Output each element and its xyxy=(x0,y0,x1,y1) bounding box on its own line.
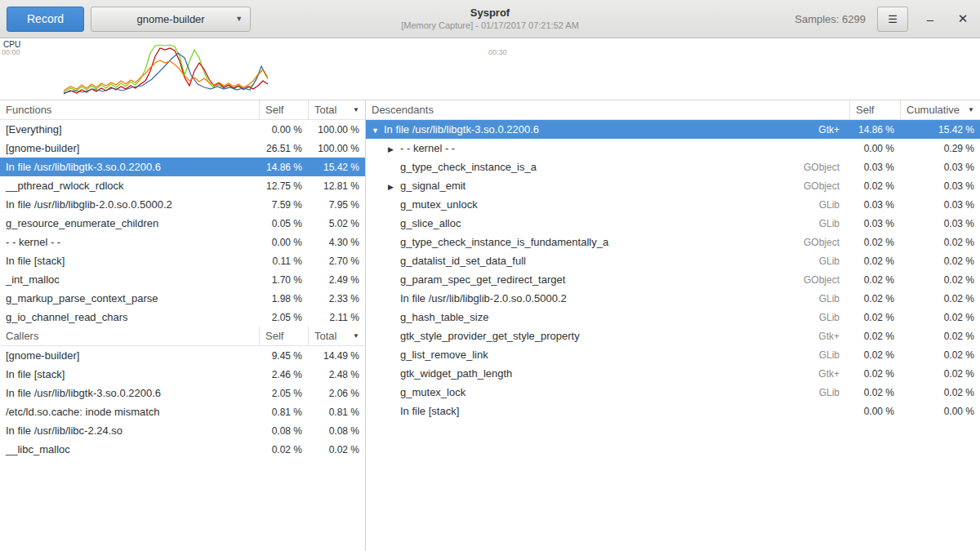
function-name: /etc/ld.so.cache: inode mismatch xyxy=(0,406,259,418)
table-row[interactable]: __libc_malloc0.02 %0.02 % xyxy=(0,440,365,459)
table-row[interactable]: In file /usr/lib/libglib-2.0.so.0.5000.2… xyxy=(366,289,980,308)
target-selector-dropdown[interactable]: gnome-builder ▼ xyxy=(91,7,251,32)
column-header-self[interactable]: Self xyxy=(259,327,308,345)
expander-icon[interactable]: ▶ xyxy=(388,145,400,153)
sort-indicator-icon: ▼ xyxy=(353,332,359,340)
column-header-descendants[interactable]: Descendants xyxy=(366,100,849,119)
hamburger-icon: ☰ xyxy=(888,13,898,25)
total-value: 2.48 % xyxy=(308,369,365,380)
function-name: In file [stack] xyxy=(0,255,259,267)
close-button[interactable]: ✕ xyxy=(952,8,973,29)
cumulative-value: 0.02 % xyxy=(900,368,980,380)
time-tick-mid: 00:30 xyxy=(488,48,507,56)
cumulative-value: 0.02 % xyxy=(900,312,980,323)
self-value: 0.00 % xyxy=(259,237,308,248)
table-row[interactable]: /etc/ld.so.cache: inode mismatch0.81 %0.… xyxy=(0,402,365,421)
sort-indicator-icon: ▼ xyxy=(353,106,359,113)
column-header-self[interactable]: Self xyxy=(259,100,308,119)
table-row[interactable]: _int_malloc1.70 %2.49 % xyxy=(0,270,365,289)
table-row[interactable]: g_datalist_id_set_data_fullGLib0.02 %0.0… xyxy=(366,251,980,270)
function-name: In file /usr/lib/libc-2.24.so xyxy=(0,424,259,437)
table-row[interactable]: g_list_remove_linkGLib0.02 %0.02 % xyxy=(366,345,980,364)
table-row[interactable]: In file [stack]2.46 %2.48 % xyxy=(0,365,365,384)
self-value: 0.02 % xyxy=(849,387,900,398)
table-row[interactable]: ▶g_signal_emitGObject0.02 %0.03 % xyxy=(366,176,980,195)
table-row[interactable]: In file /usr/lib/libgtk-3.so.0.2200.62.0… xyxy=(0,384,365,402)
category-label: GLib xyxy=(792,312,849,323)
column-header-total[interactable]: Total ▼ xyxy=(308,100,365,119)
table-row[interactable]: [gnome-builder]26.51 %100.00 % xyxy=(0,139,365,158)
minimize-button[interactable]: – xyxy=(920,8,941,29)
time-tick-start: 00:00 xyxy=(2,48,20,56)
total-value: 15.42 % xyxy=(308,162,365,173)
table-row[interactable]: __pthread_rwlock_rdlock12.75 %12.81 % xyxy=(0,176,365,195)
column-header-cumulative[interactable]: Cumulative ▼ xyxy=(900,100,980,119)
table-row[interactable]: g_param_spec_get_redirect_targetGObject0… xyxy=(366,270,980,289)
self-value: 0.02 % xyxy=(259,444,308,455)
table-row[interactable]: ▼In file /usr/lib/libgtk-3.so.0.2200.6Gt… xyxy=(366,120,980,139)
column-header-self[interactable]: Self xyxy=(849,100,900,119)
function-name: gtk_widget_path_length xyxy=(400,367,512,380)
function-name: - - kernel - - xyxy=(400,142,455,154)
category-label: GObject xyxy=(792,180,849,192)
table-row[interactable]: - - kernel - -0.00 %4.30 % xyxy=(0,233,365,251)
titlebar: Record gnome-builder ▼ Sysprof [Memory C… xyxy=(0,0,980,38)
column-header-callers[interactable]: Callers xyxy=(0,327,259,345)
table-row[interactable]: g_resource_enumerate_children0.05 %5.02 … xyxy=(0,214,365,233)
category-label: Gtk+ xyxy=(792,368,849,380)
record-button[interactable]: Record xyxy=(7,7,84,32)
table-row[interactable]: g_io_channel_read_chars2.05 %2.11 % xyxy=(0,308,365,327)
function-name: In file /usr/lib/libgtk-3.so.0.2200.6 xyxy=(0,387,259,399)
total-value: 12.81 % xyxy=(308,180,365,192)
table-row[interactable]: In file /usr/lib/libgtk-3.so.0.2200.614.… xyxy=(0,158,365,176)
samples-count: Samples: 6299 xyxy=(795,13,866,25)
callers-table-header: Callers Self Total ▼ xyxy=(0,327,365,346)
total-value: 2.33 % xyxy=(308,293,365,304)
expander-icon[interactable]: ▶ xyxy=(388,183,400,191)
close-icon: ✕ xyxy=(958,11,969,25)
table-row[interactable]: g_type_check_instance_is_fundamentally_a… xyxy=(366,233,980,251)
cumulative-value: 0.00 % xyxy=(900,406,980,417)
cpu-usage-graph[interactable]: CPU 00:00 00:30 xyxy=(0,38,980,100)
functions-table-body: [Everything]0.00 %100.00 %[gnome-builder… xyxy=(0,120,365,327)
main-content: Functions Self Total ▼ [Everything]0.00 … xyxy=(0,100,980,551)
function-name: In file /usr/lib/libgtk-3.so.0.2200.6 xyxy=(384,123,539,136)
expander-icon[interactable]: ▼ xyxy=(372,127,384,135)
category-label: GObject xyxy=(792,274,849,286)
function-name: __pthread_rwlock_rdlock xyxy=(0,180,259,192)
column-header-total[interactable]: Total ▼ xyxy=(308,327,365,345)
table-row[interactable]: g_slice_allocGLib0.03 %0.03 % xyxy=(366,214,980,233)
self-value: 12.75 % xyxy=(259,180,308,192)
table-row[interactable]: [gnome-builder]9.45 %14.49 % xyxy=(0,346,365,365)
self-value: 14.86 % xyxy=(849,124,900,136)
table-row[interactable]: g_hash_table_sizeGLib0.02 %0.02 % xyxy=(366,308,980,327)
function-name: g_mutex_lock xyxy=(400,386,466,398)
table-row[interactable]: [Everything]0.00 %100.00 % xyxy=(0,120,365,139)
self-value: 14.86 % xyxy=(259,162,308,173)
table-row[interactable]: g_mutex_unlockGLib0.03 %0.03 % xyxy=(366,195,980,214)
total-value: 14.49 % xyxy=(308,350,365,362)
table-row[interactable]: g_markup_parse_context_parse1.98 %2.33 % xyxy=(0,289,365,308)
table-row[interactable]: g_type_check_instance_is_aGObject0.03 %0… xyxy=(366,158,980,176)
function-name: - - kernel - - xyxy=(0,236,259,248)
cumulative-value: 0.02 % xyxy=(900,331,980,342)
category-label: GLib xyxy=(792,199,849,211)
self-value: 1.70 % xyxy=(259,274,308,286)
table-row[interactable]: In file /usr/lib/libc-2.24.so0.08 %0.08 … xyxy=(0,421,365,440)
table-row[interactable]: In file [stack]0.00 %0.00 % xyxy=(366,402,980,420)
table-row[interactable]: In file [stack]0.11 %2.70 % xyxy=(0,251,365,270)
total-value: 0.02 % xyxy=(308,444,365,455)
table-row[interactable]: ▶- - kernel - -0.00 %0.29 % xyxy=(366,139,980,158)
table-row[interactable]: gtk_widget_path_lengthGtk+0.02 %0.02 % xyxy=(366,364,980,383)
table-row[interactable]: g_mutex_lockGLib0.02 %0.02 % xyxy=(366,383,980,402)
table-row[interactable]: gtk_style_provider_get_style_propertyGtk… xyxy=(366,327,980,345)
column-header-functions[interactable]: Functions xyxy=(0,100,259,119)
sort-indicator-icon: ▼ xyxy=(968,106,974,113)
total-value: 2.11 % xyxy=(308,312,365,323)
menu-button[interactable]: ☰ xyxy=(877,7,908,32)
cumulative-value: 0.02 % xyxy=(900,293,980,304)
total-value: 2.70 % xyxy=(308,256,365,267)
cumulative-value: 0.29 % xyxy=(900,143,980,154)
function-name: gtk_style_provider_get_style_property xyxy=(400,330,580,342)
table-row[interactable]: In file /usr/lib/libglib-2.0.so.0.5000.2… xyxy=(0,195,365,214)
